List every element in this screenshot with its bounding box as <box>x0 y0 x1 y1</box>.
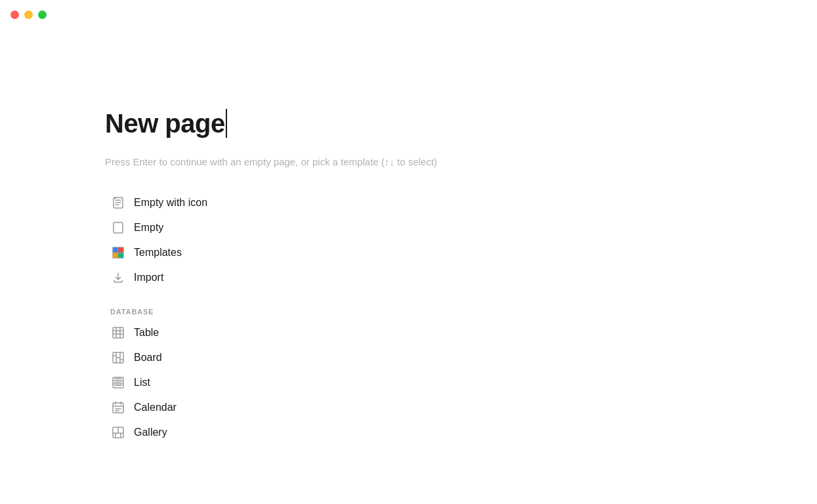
minimize-button[interactable] <box>24 10 33 19</box>
hint-text: Press Enter to continue with an empty pa… <box>105 155 712 170</box>
menu-item-empty[interactable]: Empty <box>105 216 712 240</box>
page-icon <box>110 220 126 236</box>
menu-item-label: Empty with icon <box>134 197 207 209</box>
calendar-icon <box>110 400 126 415</box>
menu-item-label: Import <box>134 272 163 284</box>
menu-item-label: Calendar <box>134 402 177 413</box>
menu-item-board[interactable]: Board <box>105 346 712 369</box>
menu-item-label: Empty <box>134 222 163 234</box>
page-title[interactable]: New page <box>105 108 225 139</box>
page-title-wrapper: New page <box>105 108 712 139</box>
database-menu-list: Table Board <box>105 321 712 444</box>
import-icon <box>110 270 126 285</box>
table-icon <box>110 325 126 341</box>
menu-item-table[interactable]: Table <box>105 321 712 345</box>
main-content: New page Press Enter to continue with an… <box>0 29 817 504</box>
menu-item-label: Board <box>134 352 162 364</box>
menu-item-label: Table <box>134 327 159 339</box>
menu-item-import[interactable]: Import <box>105 266 712 289</box>
svg-rect-2 <box>114 222 123 233</box>
menu-item-calendar[interactable]: Calendar <box>105 396 712 419</box>
maximize-button[interactable] <box>38 10 47 19</box>
menu-item-empty-with-icon[interactable]: Empty with icon <box>105 191 712 215</box>
svg-rect-3 <box>113 327 123 338</box>
menu-item-gallery[interactable]: Gallery <box>105 421 712 444</box>
menu-list: Empty with icon Empty <box>105 191 712 289</box>
gallery-icon <box>110 425 126 440</box>
page-with-icon-icon <box>110 195 126 211</box>
board-icon <box>110 350 126 366</box>
close-button[interactable] <box>10 10 19 19</box>
menu-item-label: Templates <box>134 247 182 259</box>
database-section-header: DATABASE <box>105 308 712 316</box>
menu-item-list[interactable]: List <box>105 371 712 394</box>
menu-item-templates[interactable]: Templates <box>105 241 712 264</box>
svg-point-1 <box>114 197 116 199</box>
titlebar <box>0 0 817 29</box>
text-cursor <box>226 109 227 138</box>
menu-item-label: List <box>134 377 150 388</box>
list-icon <box>110 375 126 390</box>
menu-item-label: Gallery <box>134 427 167 438</box>
templates-icon <box>110 245 126 261</box>
